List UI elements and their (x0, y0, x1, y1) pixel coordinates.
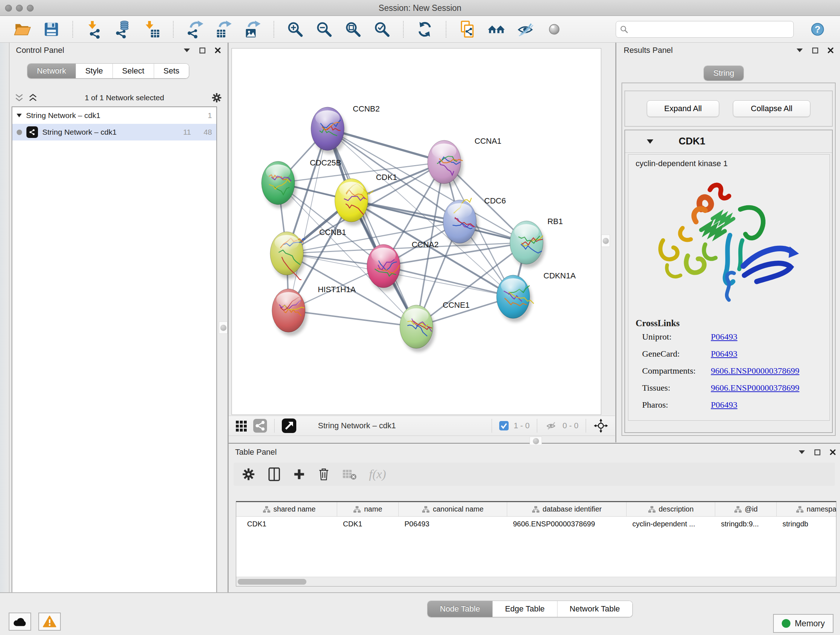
warnings-button[interactable] (38, 613, 61, 631)
network-edge[interactable] (384, 266, 513, 297)
collapse-all-button[interactable]: Collapse All (733, 100, 810, 117)
add-column-icon[interactable] (293, 468, 305, 480)
fit-selected-crosshair-icon[interactable] (593, 418, 608, 433)
float-panel-icon[interactable] (812, 48, 818, 54)
help-button[interactable]: ? (807, 19, 828, 40)
zoom-in-button[interactable] (285, 19, 305, 40)
tab-network-table[interactable]: Network Table (557, 601, 632, 617)
close-panel-icon[interactable] (830, 449, 836, 455)
table-cell[interactable]: stringdb (777, 520, 836, 528)
tab-string[interactable]: String (704, 66, 744, 80)
network-node-ccne1[interactable]: CCNE1 (400, 301, 470, 352)
table-cell[interactable]: stringdb:9... (715, 520, 777, 528)
crosslink-value-link[interactable]: P06493 (711, 349, 737, 359)
network-node-rb1[interactable]: RB1 (510, 217, 562, 268)
table-cell[interactable]: CDK1 (241, 520, 337, 528)
show-columns-icon[interactable] (268, 467, 281, 481)
collapse-all-networks-icon[interactable] (14, 94, 24, 102)
zoom-fit-button[interactable] (343, 19, 363, 40)
export-table-button[interactable] (213, 19, 234, 40)
collapse-panel-icon[interactable] (184, 49, 190, 52)
column-header[interactable]: name (337, 502, 399, 516)
delete-column-trash-icon[interactable] (317, 467, 330, 481)
network-node-cdk1[interactable]: CDK1 (335, 173, 397, 226)
network-share-icon-disabled[interactable] (253, 419, 267, 432)
network-collection-row[interactable]: String Network – cdk1 1 (12, 107, 216, 124)
close-panel-icon[interactable] (215, 48, 221, 53)
memory-button[interactable]: Memory (773, 614, 834, 633)
network-options-gear-icon[interactable] (211, 92, 222, 103)
tab-network[interactable]: Network (27, 64, 76, 78)
network-row-selected[interactable]: String Network – cdk1 11 48 (12, 124, 216, 141)
float-panel-icon[interactable] (814, 449, 821, 455)
search-input[interactable] (631, 25, 790, 34)
floppy-disk-icon (42, 20, 61, 39)
gene-section-header[interactable]: CDK1 (625, 130, 832, 153)
grid-view-icon[interactable] (235, 419, 248, 432)
import-table-file-button[interactable] (142, 19, 162, 40)
network-node-ccna1[interactable]: CCNA1 (428, 136, 501, 187)
splitter-collapse-knob[interactable] (601, 234, 610, 247)
new-network-from-selection-button[interactable] (457, 19, 477, 40)
float-panel-icon[interactable] (199, 48, 205, 54)
close-panel-icon[interactable] (828, 48, 834, 53)
gene-symbol: CDK1 (679, 136, 706, 147)
show-hide-graphics-button[interactable] (515, 19, 535, 40)
collapse-panel-icon[interactable] (799, 450, 805, 454)
tree-expander-icon[interactable] (17, 114, 22, 117)
selected-checkbox-icon[interactable] (499, 421, 508, 431)
crosslink-value-link[interactable]: P06493 (711, 332, 737, 342)
column-header-label: @id (745, 505, 758, 513)
section-expander-icon[interactable] (647, 139, 653, 144)
splitter-collapse-knob[interactable] (219, 321, 227, 334)
tab-select[interactable]: Select (112, 64, 154, 78)
tab-style[interactable]: Style (76, 64, 112, 78)
network-node-hist1h1a[interactable]: HIST1H1A (272, 285, 356, 336)
column-header[interactable]: namespace (777, 502, 836, 516)
expand-all-networks-icon[interactable] (28, 94, 38, 102)
tab-node-table[interactable]: Node Table (428, 601, 493, 617)
home-button[interactable] (486, 19, 507, 40)
column-header[interactable]: database identifier (507, 502, 627, 516)
column-header[interactable]: @id (715, 502, 777, 516)
table-horizontal-scrollbar[interactable] (236, 577, 836, 586)
import-network-file-button[interactable] (84, 19, 104, 40)
crosslink-value-link[interactable]: P06493 (711, 400, 737, 410)
splitter-collapse-knob[interactable] (530, 437, 542, 445)
table-row[interactable]: CDK1CDK1P064939606.ENSP00000378699cyclin… (236, 516, 836, 531)
birds-eye-view-button[interactable] (544, 19, 564, 40)
export-image-button[interactable] (242, 19, 263, 40)
import-network-database-button[interactable] (113, 19, 133, 40)
network-node-ccnb2[interactable]: CCNB2 (311, 104, 380, 154)
table-cell[interactable]: 9606.ENSP00000378699 (507, 520, 627, 528)
zoom-out-button[interactable] (314, 19, 334, 40)
node-table[interactable]: shared namenamecanonical namedatabase id… (236, 501, 836, 586)
network-node-cdkn1a[interactable]: CDKN1A (497, 271, 576, 322)
collapse-panel-icon[interactable] (797, 49, 803, 52)
network-edge[interactable] (289, 129, 328, 310)
vertical-splitter[interactable] (615, 43, 616, 442)
open-in-new-window-icon[interactable] (282, 418, 296, 433)
open-session-button[interactable] (12, 19, 33, 40)
crosslink-value-link[interactable]: 9606.ENSP00000378699 (711, 383, 799, 393)
table-cell[interactable]: CDK1 (337, 520, 399, 528)
cloud-status-button[interactable] (9, 613, 31, 631)
column-header[interactable]: canonical name (399, 502, 507, 516)
column-header[interactable]: description (627, 502, 715, 516)
table-cell[interactable]: cyclin-dependent ... (627, 520, 715, 528)
zoom-selected-button[interactable] (372, 19, 392, 40)
network-node-cdc6[interactable]: CDC6 (443, 196, 506, 247)
table-cell[interactable]: P06493 (399, 520, 507, 528)
table-options-gear-icon[interactable] (242, 467, 256, 481)
expand-all-button[interactable]: Expand All (647, 100, 719, 117)
scrollbar-thumb[interactable] (238, 579, 306, 585)
network-edge[interactable] (289, 310, 416, 327)
refresh-view-button[interactable] (415, 19, 435, 40)
export-network-button[interactable] (185, 19, 205, 40)
column-header[interactable]: shared name (241, 502, 337, 516)
network-canvas[interactable]: CCNB2CCNA1CDC25BCDK1CDC6RB1CCNB1CCNA2CDK… (232, 48, 601, 415)
tab-edge-table[interactable]: Edge Table (493, 601, 557, 617)
crosslink-value-link[interactable]: 9606.ENSP00000378699 (711, 366, 799, 376)
tab-sets[interactable]: Sets (154, 64, 189, 78)
save-session-button[interactable] (41, 19, 62, 40)
